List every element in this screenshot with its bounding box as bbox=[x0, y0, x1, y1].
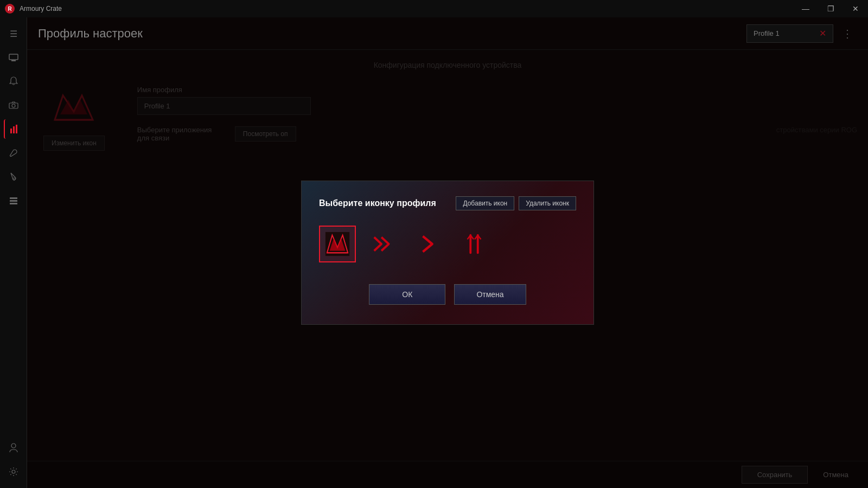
svg-rect-12 bbox=[10, 203, 17, 204]
sidebar-icon-menu[interactable]: ☰ bbox=[4, 24, 23, 43]
content-area: Профиль настроек Profile 1 ✕ ⋮ Конфигура… bbox=[27, 17, 868, 488]
svg-rect-6 bbox=[10, 129, 12, 133]
modal-ok-button[interactable]: ОК bbox=[369, 284, 445, 305]
icon-option-3[interactable] bbox=[456, 226, 493, 262]
svg-rect-2 bbox=[9, 54, 18, 60]
titlebar-controls: — ❐ ✕ bbox=[793, 0, 868, 17]
svg-rect-3 bbox=[11, 60, 16, 61]
modal-overlay: Выберите иконку профиля Добавить икон Уд… bbox=[27, 17, 868, 488]
svg-point-14 bbox=[12, 470, 15, 473]
svg-rect-11 bbox=[10, 200, 17, 202]
icon-grid bbox=[319, 226, 576, 262]
sidebar-icon-camera[interactable] bbox=[4, 95, 23, 115]
modal-dialog: Выберите иконку профиля Добавить икон Уд… bbox=[301, 181, 594, 325]
svg-point-13 bbox=[11, 444, 16, 448]
icon-rog1-svg bbox=[324, 231, 350, 257]
modal-header: Выберите иконку профиля Добавить икон Уд… bbox=[319, 196, 576, 210]
svg-point-5 bbox=[12, 104, 15, 107]
delete-icon-button[interactable]: Удалить иконк bbox=[519, 196, 576, 210]
sidebar-icon-device[interactable] bbox=[4, 48, 23, 67]
modal-header-buttons: Добавить икон Удалить иконк bbox=[456, 196, 576, 210]
app-name: Armoury Crate bbox=[20, 5, 62, 12]
icon-option-1[interactable] bbox=[365, 226, 401, 262]
svg-text:R: R bbox=[8, 6, 12, 12]
modal-buttons: ОК Отмена bbox=[319, 284, 576, 305]
icon-rog4-svg bbox=[461, 231, 487, 257]
close-button[interactable]: ✕ bbox=[843, 0, 868, 17]
sidebar-bottom bbox=[4, 438, 23, 481]
sidebar-icon-settings[interactable] bbox=[4, 462, 23, 481]
sidebar-icon-brush[interactable] bbox=[4, 167, 23, 187]
sidebar-icon-chart[interactable] bbox=[4, 119, 23, 139]
minimize-button[interactable]: — bbox=[793, 0, 818, 17]
icon-option-0[interactable] bbox=[319, 226, 356, 262]
sidebar-icon-list[interactable] bbox=[4, 191, 23, 210]
modal-cancel-button[interactable]: Отмена bbox=[454, 284, 526, 305]
modal-title: Выберите иконку профиля bbox=[319, 198, 436, 208]
sidebar: ☰ bbox=[0, 17, 27, 488]
icon-rog3-svg bbox=[416, 231, 442, 257]
maximize-button[interactable]: ❐ bbox=[818, 0, 843, 17]
add-icon-button[interactable]: Добавить икон bbox=[456, 196, 514, 210]
sidebar-icon-wrench[interactable] bbox=[4, 143, 23, 163]
app-logo-icon: R bbox=[4, 3, 15, 14]
icon-rog2-svg bbox=[370, 231, 396, 257]
sidebar-icon-user[interactable] bbox=[4, 438, 23, 458]
main-layout: ☰ bbox=[0, 17, 868, 488]
svg-rect-8 bbox=[16, 125, 17, 133]
titlebar-left: R Armoury Crate bbox=[4, 3, 62, 14]
sidebar-icon-notification[interactable] bbox=[4, 72, 23, 91]
svg-rect-10 bbox=[10, 197, 17, 199]
titlebar: R Armoury Crate — ❐ ✕ bbox=[0, 0, 868, 17]
icon-option-2[interactable] bbox=[410, 226, 447, 262]
svg-rect-7 bbox=[13, 126, 15, 133]
